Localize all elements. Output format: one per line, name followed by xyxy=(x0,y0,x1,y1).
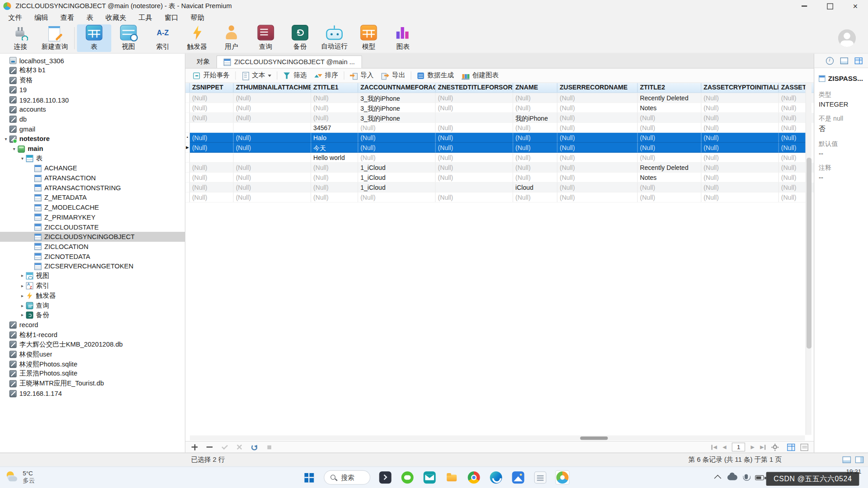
cell[interactable]: (Null) xyxy=(513,103,557,113)
cell[interactable]: (Null) xyxy=(638,123,702,133)
cell[interactable]: 3_我的iPhone xyxy=(358,113,435,123)
cell[interactable]: (Null) xyxy=(190,113,234,123)
chevron-right-icon[interactable]: ▸ xyxy=(19,313,26,318)
cell[interactable]: (Null) xyxy=(234,103,311,113)
cell[interactable]: Recently Deleted xyxy=(638,93,702,103)
cell[interactable]: iCloud xyxy=(513,183,557,192)
cell[interactable]: (Null) xyxy=(513,123,557,133)
column-header-zaccountnameforac[interactable]: ZACCOUNTNAMEFORAC( xyxy=(358,83,435,93)
tree-item-localhost-3306[interactable]: localhost_3306 xyxy=(0,56,185,66)
cell[interactable]: (Null) xyxy=(701,163,778,173)
next-page-button[interactable] xyxy=(751,444,755,450)
cell[interactable] xyxy=(436,183,513,192)
tree-item-zicnotedata[interactable]: ZICNOTEDATA xyxy=(0,252,185,262)
cell[interactable]: (Null) xyxy=(311,103,358,113)
cell[interactable]: (Null) xyxy=(436,173,513,183)
cell[interactable]: (Null) xyxy=(701,123,778,133)
views-button[interactable]: 视图 xyxy=(111,24,146,52)
refresh-button[interactable] xyxy=(251,443,258,450)
tree-item-atransactionstring[interactable]: ATRANSACTIONSTRING xyxy=(0,183,185,193)
column-header-zassetc[interactable]: ZASSETC xyxy=(779,83,807,93)
cell[interactable]: (Null) xyxy=(311,93,358,103)
tree-item-node-25[interactable]: ▸查询 xyxy=(0,300,185,310)
cell[interactable]: (Null) xyxy=(779,192,807,202)
chevron-right-icon[interactable]: ▸ xyxy=(19,283,26,288)
table-row-4[interactable]: 34567(Null)(Null)(Null)(Null)(Null)(Null… xyxy=(185,123,814,133)
cell[interactable]: (Null) xyxy=(779,93,807,103)
last-page-button[interactable] xyxy=(760,444,765,450)
connection-button[interactable]: 连接 xyxy=(3,24,38,52)
bottom-pane-icon[interactable] xyxy=(840,57,848,64)
tree-item-photos-sqlite[interactable]: 王景浩Photos.sqlite xyxy=(0,369,185,379)
indexes-button[interactable]: 索引 xyxy=(146,24,180,52)
cell[interactable]: (Null) xyxy=(779,123,807,133)
taskbar-app-edge[interactable] xyxy=(489,470,503,485)
cell[interactable]: (Null) xyxy=(311,192,358,202)
cell[interactable]: (Null) xyxy=(234,173,311,183)
cell[interactable]: (Null) xyxy=(638,192,702,202)
cell[interactable] xyxy=(436,113,513,123)
cell[interactable]: (Null) xyxy=(436,163,513,173)
tray-expand-icon[interactable] xyxy=(714,475,722,482)
tree-item-zicserverchangetoken[interactable]: ZICSERVERCHANGETOKEN xyxy=(0,261,185,271)
horizontal-scrollbar-thumb[interactable] xyxy=(580,436,608,440)
cell[interactable]: (Null) xyxy=(358,192,435,202)
column-header-zthumbnailattachmei[interactable]: ZTHUMBNAILATTACHMEI xyxy=(234,83,311,93)
backup-button[interactable]: 备份 xyxy=(283,24,317,52)
taskbar-app-photos[interactable] xyxy=(511,470,525,485)
grid-pane-icon[interactable] xyxy=(855,57,863,64)
cell[interactable]: (Null) xyxy=(190,133,234,143)
cell[interactable]: (Null) xyxy=(701,113,778,123)
cell[interactable]: (Null) xyxy=(638,153,702,163)
cell[interactable]: 今天 xyxy=(311,143,358,153)
onedrive-cloud-icon[interactable] xyxy=(727,475,737,480)
cell[interactable]: (Null) xyxy=(234,93,311,103)
cell[interactable]: (Null) xyxy=(513,173,557,183)
menu-favorites[interactable]: 收藏夹 xyxy=(99,12,132,23)
cell[interactable]: (Null) xyxy=(701,93,778,103)
cell[interactable]: (Null) xyxy=(190,103,234,113)
cell[interactable]: (Null) xyxy=(638,143,702,153)
cell[interactable]: (Null) xyxy=(234,183,311,192)
first-page-button[interactable] xyxy=(712,444,717,450)
tree-item-mtr-e-tourist-db[interactable]: 王晓琳MTR应用E_Tourist.db xyxy=(0,379,185,389)
cell[interactable]: 3_我的iPhone xyxy=(358,93,435,103)
tree-item-db[interactable]: db xyxy=(0,115,185,125)
cell[interactable]: (Null) xyxy=(436,143,513,153)
charts-button[interactable]: 图表 xyxy=(386,24,420,52)
cell[interactable]: (Null) xyxy=(557,192,638,202)
create-chart-button[interactable]: 创建图表 xyxy=(458,70,503,82)
table-row-11[interactable]: (Null)(Null)(Null)(Null)(Null)(Null)(Nul… xyxy=(185,192,814,202)
tree-item-photos-sqlite[interactable]: 林浚熙Photos.sqlite xyxy=(0,359,185,369)
cell[interactable]: 34567 xyxy=(311,123,358,133)
table-row-8[interactable]: (Null)(Null)(Null)1_iCloud(Null)(Null)(N… xyxy=(185,163,814,173)
tab-objects[interactable]: 对象 xyxy=(190,55,217,68)
toggle-bottom-panel-icon[interactable] xyxy=(843,456,851,463)
taskbar-app-terminal[interactable] xyxy=(378,470,392,485)
user-avatar[interactable] xyxy=(838,29,856,47)
cell[interactable]: (Null) xyxy=(513,192,557,202)
table-row-10[interactable]: (Null)(Null)(Null)1_iCloudiCloud(Null)(N… xyxy=(185,183,814,192)
cell[interactable]: (Null) xyxy=(779,183,807,192)
table-row-1[interactable]: (Null)(Null)(Null)3_我的iPhone(Null)(Null)… xyxy=(185,93,814,103)
tables-button[interactable]: 表 xyxy=(77,24,111,52)
info-icon[interactable] xyxy=(826,57,834,65)
column-header-znestedtitleforsortin[interactable]: ZNESTEDTITLEFORSORTIN xyxy=(436,83,513,93)
menu-file[interactable]: 文件 xyxy=(2,12,28,23)
tree-item-achange[interactable]: ACHANGE xyxy=(0,164,185,174)
data-generation-button[interactable]: 数据生成 xyxy=(413,70,458,82)
chevron-right-icon[interactable]: ▸ xyxy=(19,273,26,278)
tree-item-notestore[interactable]: ▾notestore xyxy=(0,134,185,144)
column-header-zassetcryptoinitializa[interactable]: ZASSETCRYPTOINITIALIZA xyxy=(701,83,778,93)
tree-item-node-2[interactable]: 资格 xyxy=(0,75,185,85)
tree-item-accounts[interactable]: accounts xyxy=(0,105,185,115)
page-number-input[interactable]: 1 xyxy=(732,443,745,452)
taskbar-app-notepad[interactable] xyxy=(533,470,547,485)
cell[interactable]: (Null) xyxy=(234,143,311,153)
minimize-button[interactable] xyxy=(792,0,817,12)
cell[interactable]: (Null) xyxy=(779,163,807,173)
cell[interactable] xyxy=(190,123,234,133)
chevron-down-icon[interactable]: ▾ xyxy=(19,156,26,161)
tree-item-atransaction[interactable]: ATRANSACTION xyxy=(0,174,185,183)
table-row-6[interactable]: ▶(Null)(Null)今天(Null)(Null)(Null)(Null)(… xyxy=(185,143,814,153)
